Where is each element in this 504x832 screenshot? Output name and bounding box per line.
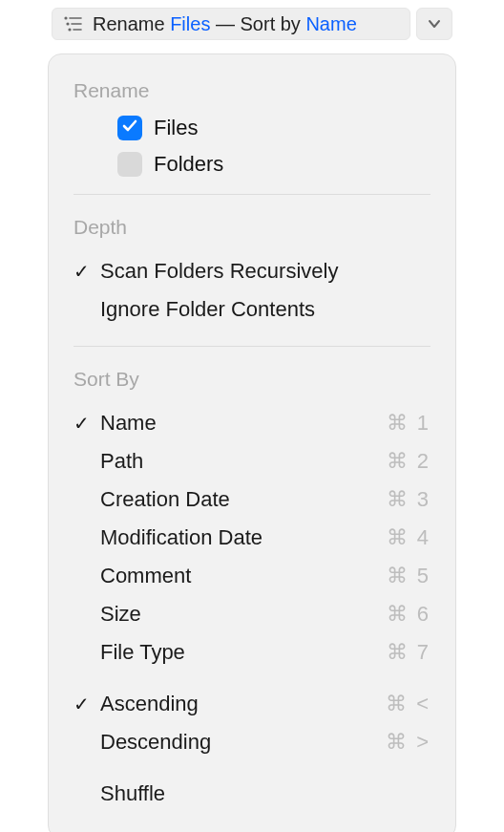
toolbar-dropdown-button[interactable] — [416, 8, 452, 40]
checkmark-icon — [121, 117, 138, 139]
checkbox-folders-label: Folders — [154, 152, 223, 177]
menu-item-sort-creation[interactable]: Creation Date ⌘ 3 — [74, 480, 430, 519]
menu-item-label: Ignore Folder Contents — [100, 297, 430, 322]
toolbar-title-button[interactable]: Rename Files — Sort by Name — [52, 8, 410, 40]
toolbar-title: Rename Files — Sort by Name — [93, 13, 357, 35]
menu-item-sort-size[interactable]: Size ⌘ 6 — [74, 595, 430, 633]
list-indent-icon — [62, 16, 85, 32]
shortcut: ⌘ 7 — [387, 640, 430, 665]
shortcut: ⌘ 5 — [387, 564, 430, 588]
menu-item-ignore-contents[interactable]: Ignore Folder Contents — [74, 290, 430, 329]
divider — [74, 194, 430, 195]
svg-point-4 — [69, 29, 71, 31]
menu-item-sort-filetype[interactable]: File Type ⌘ 7 — [74, 633, 430, 672]
menu-item-sort-path[interactable]: Path ⌘ 2 — [74, 442, 430, 480]
options-panel: Rename Files Folders Depth ✓ Scan Folder… — [48, 53, 456, 832]
menu-item-descending[interactable]: Descending ⌘ > — [74, 723, 430, 761]
check-icon: ✓ — [74, 260, 100, 283]
toolbar-link-files: Files — [170, 13, 210, 34]
toolbar-mid: — Sort by — [210, 13, 305, 34]
menu-item-sort-name[interactable]: ✓ Name ⌘ 1 — [74, 404, 430, 442]
shortcut: ⌘ 6 — [387, 602, 430, 627]
checkbox-files-label: Files — [154, 116, 198, 140]
chevron-down-icon — [428, 15, 441, 32]
menu-item-ascending[interactable]: ✓ Ascending ⌘ < — [74, 685, 430, 723]
checkbox-row-folders[interactable]: Folders — [117, 152, 430, 177]
menu-item-shuffle[interactable]: Shuffle — [74, 775, 430, 813]
section-rename-header: Rename — [74, 79, 430, 102]
menu-item-label: Scan Folders Recursively — [100, 259, 430, 284]
menu-item-label: Path — [100, 449, 387, 474]
menu-item-scan-recursively[interactable]: ✓ Scan Folders Recursively — [74, 252, 430, 290]
shortcut: ⌘ > — [386, 730, 430, 755]
check-icon: ✓ — [74, 412, 100, 435]
menu-item-sort-comment[interactable]: Comment ⌘ 5 — [74, 557, 430, 595]
checkbox-files[interactable] — [117, 116, 142, 140]
section-depth-header: Depth — [74, 216, 430, 239]
section-sortby-header: Sort By — [74, 368, 430, 391]
shortcut: ⌘ 4 — [387, 525, 430, 550]
divider — [74, 346, 430, 347]
shortcut: ⌘ 2 — [387, 449, 430, 474]
menu-item-label: Comment — [100, 564, 387, 588]
menu-item-sort-modification[interactable]: Modification Date ⌘ 4 — [74, 519, 430, 557]
menu-item-label: Ascending — [100, 692, 386, 716]
menu-item-label: Descending — [100, 730, 386, 755]
svg-point-2 — [67, 23, 69, 25]
shortcut: ⌘ 1 — [387, 411, 430, 436]
toolbar-prefix: Rename — [93, 13, 170, 34]
menu-item-label: Creation Date — [100, 487, 387, 512]
menu-item-label: Shuffle — [100, 781, 430, 806]
menu-item-label: Size — [100, 602, 387, 627]
menu-item-label: Modification Date — [100, 525, 387, 550]
toolbar: Rename Files — Sort by Name — [52, 8, 452, 40]
toolbar-link-name: Name — [305, 13, 356, 34]
checkbox-folders[interactable] — [117, 152, 142, 177]
svg-point-0 — [65, 17, 67, 19]
shortcut: ⌘ < — [386, 692, 430, 716]
menu-item-label: File Type — [100, 640, 387, 665]
check-icon: ✓ — [74, 693, 100, 715]
shortcut: ⌘ 3 — [387, 487, 430, 512]
checkbox-row-files[interactable]: Files — [117, 116, 430, 140]
menu-item-label: Name — [100, 411, 387, 436]
